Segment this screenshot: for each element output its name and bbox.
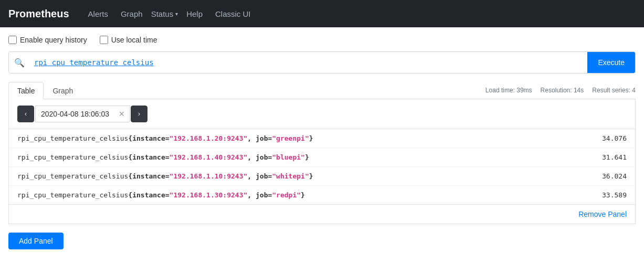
- use-local-time-label[interactable]: Use local time: [100, 36, 157, 44]
- tab-graph[interactable]: Graph: [44, 82, 82, 99]
- load-time: Load time: 39ms: [485, 87, 532, 94]
- enable-query-history-text: Enable query history: [20, 36, 87, 44]
- tabs-meta-row: Table Graph Load time: 39ms Resolution: …: [8, 82, 636, 99]
- table-row: rpi_cpu_temperature_celsius{instance="19…: [9, 129, 635, 148]
- prev-btn[interactable]: ‹: [17, 106, 34, 122]
- options-row: Enable query history Use local time: [8, 36, 636, 44]
- search-input[interactable]: [30, 52, 587, 73]
- navbar: Prometheus Alerts Graph Status ▾ Help Cl…: [0, 0, 644, 27]
- nav-classic-ui[interactable]: Classic UI: [209, 5, 257, 23]
- clear-date-button[interactable]: ✕: [114, 106, 129, 122]
- brand[interactable]: Prometheus: [8, 8, 69, 20]
- remove-panel-row: Remove Panel: [9, 204, 635, 224]
- nav-status[interactable]: Status ▾: [149, 5, 181, 23]
- date-nav: ‹ 2020-04-08 18:06:03 ✕ ›: [9, 99, 635, 129]
- datetime-display: 2020-04-08 18:06:03: [36, 110, 114, 118]
- table-row: rpi_cpu_temperature_celsius{instance="19…: [9, 148, 635, 167]
- date-input-wrapper: 2020-04-08 18:06:03 ✕: [35, 106, 130, 122]
- nav-alerts[interactable]: Alerts: [82, 5, 114, 23]
- add-panel-button[interactable]: Add Panel: [8, 233, 64, 249]
- search-icon: 🔍: [14, 58, 25, 68]
- resolution: Resolution: 14s: [541, 87, 584, 94]
- table-row: rpi_cpu_temperature_celsius{instance="19…: [9, 167, 635, 186]
- table-row: rpi_cpu_temperature_celsius{instance="19…: [9, 186, 635, 205]
- metric-cell: rpi_cpu_temperature_celsius{instance="19…: [9, 129, 562, 148]
- panel: ‹ 2020-04-08 18:06:03 ✕ › rpi_cpu_temper…: [8, 99, 636, 224]
- enable-query-history-checkbox[interactable]: [8, 36, 17, 44]
- meta-info: Load time: 39ms Resolution: 14s Result s…: [485, 87, 636, 94]
- metric-cell: rpi_cpu_temperature_celsius{instance="19…: [9, 167, 562, 186]
- chevron-down-icon: ▾: [175, 11, 178, 17]
- tab-table[interactable]: Table: [8, 82, 44, 99]
- use-local-time-text: Use local time: [111, 36, 157, 44]
- value-cell: 34.076: [562, 129, 635, 148]
- enable-query-history-label[interactable]: Enable query history: [8, 36, 87, 44]
- metric-cell: rpi_cpu_temperature_celsius{instance="19…: [9, 148, 562, 167]
- search-row: 🔍 Execute: [8, 51, 636, 74]
- metric-cell: rpi_cpu_temperature_celsius{instance="19…: [9, 186, 562, 205]
- nav-help[interactable]: Help: [180, 5, 209, 23]
- nav-graph[interactable]: Graph: [114, 5, 149, 23]
- value-cell: 31.641: [562, 148, 635, 167]
- value-cell: 33.589: [562, 186, 635, 205]
- results-table: rpi_cpu_temperature_celsius{instance="19…: [9, 129, 635, 204]
- next-btn[interactable]: ›: [131, 106, 147, 122]
- search-icon-wrapper: 🔍: [9, 52, 30, 73]
- result-series: Result series: 4: [592, 87, 636, 94]
- remove-panel-link[interactable]: Remove Panel: [578, 210, 627, 218]
- value-cell: 36.024: [562, 167, 635, 186]
- use-local-time-checkbox[interactable]: [100, 36, 108, 44]
- main-content: Enable query history Use local time 🔍 Ex…: [0, 27, 644, 273]
- execute-button[interactable]: Execute: [587, 52, 635, 73]
- tabs: Table Graph: [8, 82, 82, 99]
